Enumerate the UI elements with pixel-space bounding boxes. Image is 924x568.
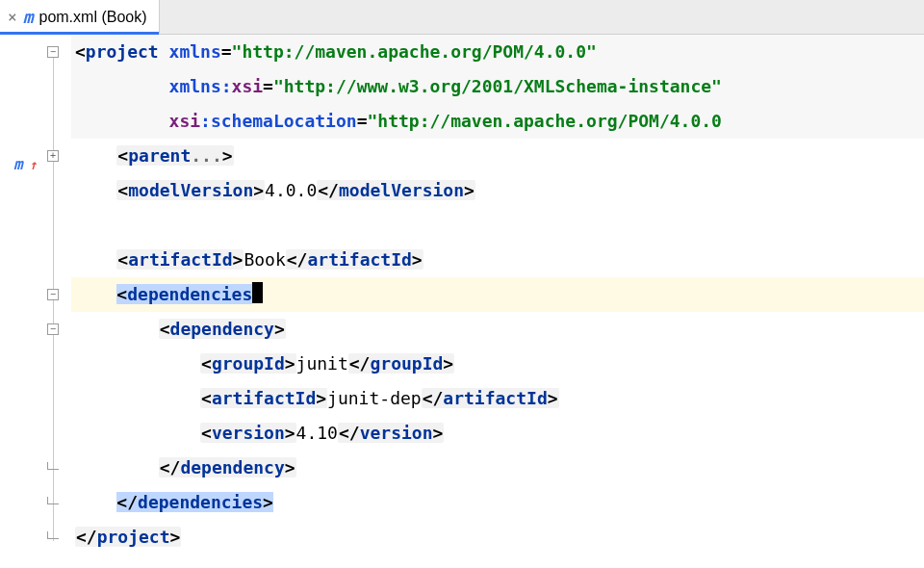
fold-end-icon	[47, 531, 59, 539]
tab-bar: × m pom.xml (Book)	[0, 0, 924, 35]
caret-icon	[252, 282, 263, 303]
fold-column: − + − −	[42, 35, 71, 568]
fold-toggle-icon[interactable]: −	[47, 289, 59, 300]
maven-gutter-icon[interactable]: m	[13, 147, 23, 182]
close-icon[interactable]: ×	[8, 10, 17, 25]
tab-label: pom.xml (Book)	[38, 9, 146, 26]
fold-toggle-icon[interactable]: −	[47, 323, 59, 335]
code-line[interactable]: <groupId>junit</groupId>	[71, 347, 924, 381]
editor-tab[interactable]: × m pom.xml (Book)	[0, 0, 160, 34]
code-line[interactable]: <artifactId>Book</artifactId>	[71, 243, 924, 277]
fold-end-icon	[47, 462, 59, 470]
code-line[interactable]: <dependency>	[71, 312, 924, 347]
code-line[interactable]: <dependencies	[71, 277, 924, 312]
fold-end-icon	[47, 497, 59, 504]
arrow-up-icon[interactable]: ↑	[29, 147, 37, 182]
fold-toggle-icon[interactable]: +	[47, 150, 59, 162]
code-line[interactable]: </dependency>	[71, 451, 924, 485]
editor-body[interactable]: m ↑ − + − − <project xmlns="http://maven…	[0, 35, 924, 568]
code-line[interactable]: xmlns:xsi="http://www.w3.org/2001/XMLSch…	[71, 69, 924, 104]
maven-file-icon: m	[23, 7, 34, 27]
code-line[interactable]: <artifactId>junit-dep</artifactId>	[71, 381, 924, 416]
code-line[interactable]	[71, 208, 924, 243]
fold-toggle-icon[interactable]: −	[47, 46, 59, 58]
code-area[interactable]: <project xmlns="http://maven.apache.org/…	[71, 35, 924, 568]
gutter: m ↑	[0, 35, 42, 568]
code-line[interactable]: </dependencies>	[71, 485, 924, 520]
code-line[interactable]: <parent...>	[71, 139, 924, 173]
code-line[interactable]: <modelVersion>4.0.0</modelVersion>	[71, 173, 924, 208]
code-line[interactable]: xsi:schemaLocation="http://maven.apache.…	[71, 104, 924, 139]
code-line[interactable]: </project>	[71, 520, 924, 555]
code-line[interactable]: <version>4.10</version>	[71, 416, 924, 451]
editor: × m pom.xml (Book) m ↑ − + − − <project …	[0, 0, 924, 568]
code-line[interactable]: <project xmlns="http://maven.apache.org/…	[71, 35, 924, 69]
